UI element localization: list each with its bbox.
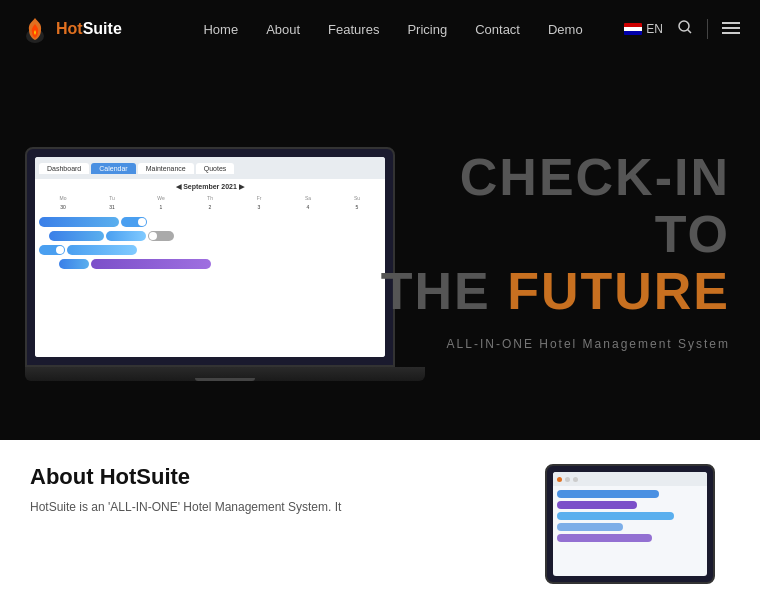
tablet-bar-2 — [557, 501, 637, 509]
cal-day-mo: Mo — [39, 194, 87, 202]
laptop-screen: Dashboard Calendar Maintenance Quotes ◀ … — [25, 147, 395, 367]
logo[interactable]: HotSuite — [20, 14, 122, 44]
logo-flame-icon — [20, 14, 50, 44]
screen-tab-calendar: Calendar — [91, 163, 135, 174]
cal-day-sa: Sa — [284, 194, 332, 202]
tablet-bar-3 — [557, 512, 674, 520]
hero-the: THE — [381, 263, 507, 321]
tablet-bar-5 — [557, 534, 652, 542]
language-selector[interactable]: EN — [624, 22, 663, 36]
laptop-wrapper: Dashboard Calendar Maintenance Quotes ◀ … — [10, 147, 410, 381]
screen-content: ◀ September 2021 ▶ Mo Tu We Th Fr Sa Su … — [35, 179, 385, 357]
cal-day-th: Th — [186, 194, 234, 202]
laptop-mockup: Dashboard Calendar Maintenance Quotes ◀ … — [0, 58, 420, 440]
about-text: About HotSuite HotSuite is an 'ALL-IN-ON… — [30, 464, 490, 517]
cal-day-tu: Tu — [88, 194, 136, 202]
nav-about[interactable]: About — [266, 22, 300, 37]
nav-home[interactable]: Home — [203, 22, 238, 37]
search-button[interactable] — [677, 19, 693, 39]
screen-tab-quotes: Quotes — [196, 163, 235, 174]
hamburger-menu-button[interactable] — [722, 19, 740, 40]
tablet-frame — [545, 464, 715, 584]
about-mockup — [530, 464, 730, 584]
gantt-bar-2b — [106, 231, 146, 241]
gantt-row-1 — [39, 217, 381, 227]
lang-label: EN — [646, 22, 663, 36]
hero-future: FUTURE — [507, 263, 730, 321]
calendar-header: ◀ September 2021 ▶ — [39, 183, 381, 191]
tablet-dot-gray2 — [573, 477, 578, 482]
hero-line3: THE FUTURE — [381, 264, 730, 321]
tablet-bar-4 — [557, 523, 623, 531]
screen-tab-dashboard: Dashboard — [39, 163, 89, 174]
tablet-header — [553, 472, 707, 486]
toggle-3 — [39, 245, 65, 255]
hero-subtitle: ALL-IN-ONE Hotel Management System — [381, 337, 730, 351]
nav-features[interactable]: Features — [328, 22, 379, 37]
flag-icon — [624, 23, 642, 35]
main-nav: Home About Features Pricing Contact Demo — [162, 22, 625, 37]
toggle-2 — [148, 231, 174, 241]
nav-pricing[interactable]: Pricing — [407, 22, 447, 37]
logo-text: HotSuite — [56, 20, 122, 38]
tablet-bar-1 — [557, 490, 659, 498]
toggle-circle-1 — [138, 218, 146, 226]
hero-line1: CHECK-IN — [381, 149, 730, 206]
about-description: HotSuite is an 'ALL-IN-ONE' Hotel Manage… — [30, 498, 490, 517]
gantt-bar-1a — [39, 217, 119, 227]
toggle-circle-3 — [56, 246, 64, 254]
hero-headline: CHECK-IN TO THE FUTURE — [381, 149, 730, 321]
cal-day-we: We — [137, 194, 185, 202]
svg-line-2 — [688, 30, 692, 34]
gantt-row-4 — [39, 259, 381, 269]
tablet-body — [553, 486, 707, 549]
toggle-1 — [121, 217, 147, 227]
gantt-bar-2a — [49, 231, 104, 241]
gantt-area — [39, 217, 381, 269]
gantt-bar-4b — [91, 259, 211, 269]
screen-tabs: Dashboard Calendar Maintenance Quotes — [35, 157, 385, 179]
hero-line2: TO — [381, 206, 730, 263]
nav-demo[interactable]: Demo — [548, 22, 583, 37]
laptop-base — [25, 367, 425, 381]
tablet-inner — [553, 472, 707, 576]
screen-tab-maintenance: Maintenance — [138, 163, 194, 174]
gantt-bar-3a — [67, 245, 137, 255]
gantt-row-3 — [39, 245, 381, 255]
nav-contact[interactable]: Contact — [475, 22, 520, 37]
hero-section: Dashboard Calendar Maintenance Quotes ◀ … — [0, 0, 760, 440]
gantt-row-2 — [39, 231, 381, 241]
about-section: About HotSuite HotSuite is an 'ALL-IN-ON… — [0, 440, 760, 600]
toggle-circle-2 — [149, 232, 157, 240]
header-divider — [707, 19, 708, 39]
header: HotSuite Home About Features Pricing Con… — [0, 0, 760, 58]
gantt-bar-4a — [59, 259, 89, 269]
tablet-dot-gray1 — [565, 477, 570, 482]
tablet-dot-orange — [557, 477, 562, 482]
calendar-grid: Mo Tu We Th Fr Sa Su 30 31 1 2 3 — [39, 194, 381, 211]
cal-day-su: Su — [333, 194, 381, 202]
screen-inner: Dashboard Calendar Maintenance Quotes ◀ … — [35, 157, 385, 357]
about-title: About HotSuite — [30, 464, 490, 490]
hero-text: CHECK-IN TO THE FUTURE ALL-IN-ONE Hotel … — [381, 149, 730, 351]
header-right: EN — [624, 19, 740, 40]
cal-day-fr: Fr — [235, 194, 283, 202]
